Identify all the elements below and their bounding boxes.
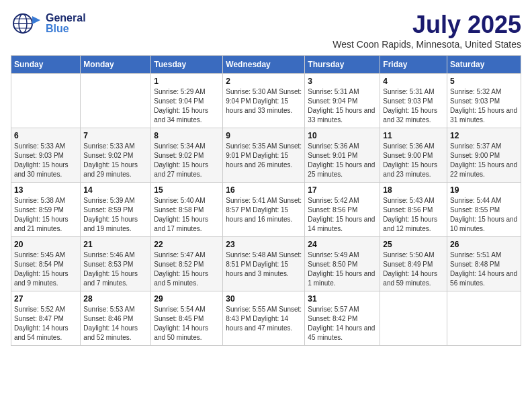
day-info: Sunrise: 5:44 AM Sunset: 8:55 PM Dayligh… xyxy=(450,196,518,234)
week-row-1: 1Sunrise: 5:29 AM Sunset: 9:04 PM Daylig… xyxy=(11,74,521,128)
day-cell: 21Sunrise: 5:46 AM Sunset: 8:53 PM Dayli… xyxy=(81,237,151,291)
day-info: Sunrise: 5:29 AM Sunset: 9:04 PM Dayligh… xyxy=(154,87,220,125)
header-cell-friday: Friday xyxy=(380,56,447,74)
day-number: 7 xyxy=(83,131,148,140)
day-info: Sunrise: 5:51 AM Sunset: 8:48 PM Dayligh… xyxy=(450,250,518,288)
day-number: 2 xyxy=(226,77,302,86)
day-cell: 4Sunrise: 5:31 AM Sunset: 9:03 PM Daylig… xyxy=(380,74,447,128)
header-row: SundayMondayTuesdayWednesdayThursdayFrid… xyxy=(11,56,521,74)
day-number: 3 xyxy=(308,77,377,86)
title-block: July 2025 West Coon Rapids, Minnesota, U… xyxy=(332,11,521,50)
header-cell-tuesday: Tuesday xyxy=(151,56,223,74)
day-info: Sunrise: 5:41 AM Sunset: 8:57 PM Dayligh… xyxy=(226,196,302,224)
header-cell-monday: Monday xyxy=(81,56,151,74)
day-number: 11 xyxy=(383,131,444,140)
logo-icon xyxy=(11,11,43,36)
day-number: 12 xyxy=(450,131,518,140)
day-cell xyxy=(380,291,447,346)
day-number: 31 xyxy=(308,294,377,304)
calendar-header: SundayMondayTuesdayWednesdayThursdayFrid… xyxy=(11,56,521,74)
day-number: 6 xyxy=(14,131,77,140)
day-number: 10 xyxy=(308,131,377,140)
day-number: 30 xyxy=(226,294,302,304)
day-number: 29 xyxy=(154,294,220,304)
day-info: Sunrise: 5:54 AM Sunset: 8:45 PM Dayligh… xyxy=(154,305,220,342)
day-info: Sunrise: 5:32 AM Sunset: 9:03 PM Dayligh… xyxy=(450,87,518,125)
day-info: Sunrise: 5:49 AM Sunset: 8:50 PM Dayligh… xyxy=(308,250,377,288)
day-info: Sunrise: 5:48 AM Sunset: 8:51 PM Dayligh… xyxy=(226,250,302,279)
day-info: Sunrise: 5:35 AM Sunset: 9:01 PM Dayligh… xyxy=(226,142,302,170)
day-number: 13 xyxy=(14,185,77,195)
day-cell: 27Sunrise: 5:52 AM Sunset: 8:47 PM Dayli… xyxy=(11,291,81,346)
day-info: Sunrise: 5:31 AM Sunset: 9:03 PM Dayligh… xyxy=(383,87,444,125)
day-number: 18 xyxy=(383,185,444,195)
day-info: Sunrise: 5:43 AM Sunset: 8:56 PM Dayligh… xyxy=(383,196,444,234)
day-number: 5 xyxy=(450,77,518,86)
calendar-title: July 2025 xyxy=(332,11,521,39)
calendar-subtitle: West Coon Rapids, Minnesota, United Stat… xyxy=(332,39,521,50)
day-number: 8 xyxy=(154,131,220,140)
day-number: 9 xyxy=(226,131,302,140)
day-number: 22 xyxy=(154,240,220,249)
day-info: Sunrise: 5:45 AM Sunset: 8:54 PM Dayligh… xyxy=(14,250,77,288)
day-cell: 31Sunrise: 5:57 AM Sunset: 8:42 PM Dayli… xyxy=(305,291,380,346)
logo-text: General Blue xyxy=(46,13,86,34)
day-cell: 18Sunrise: 5:43 AM Sunset: 8:56 PM Dayli… xyxy=(380,183,447,237)
day-info: Sunrise: 5:33 AM Sunset: 9:03 PM Dayligh… xyxy=(14,142,77,179)
day-number: 28 xyxy=(83,294,148,304)
logo: General Blue xyxy=(11,11,86,36)
day-cell: 8Sunrise: 5:34 AM Sunset: 9:02 PM Daylig… xyxy=(151,128,223,183)
day-info: Sunrise: 5:30 AM Sunset: 9:04 PM Dayligh… xyxy=(226,87,302,116)
day-info: Sunrise: 5:40 AM Sunset: 8:58 PM Dayligh… xyxy=(154,196,220,234)
day-cell xyxy=(447,291,521,346)
day-info: Sunrise: 5:50 AM Sunset: 8:49 PM Dayligh… xyxy=(383,250,444,288)
header-cell-thursday: Thursday xyxy=(305,56,380,74)
header-cell-sunday: Sunday xyxy=(11,56,81,74)
day-cell: 12Sunrise: 5:37 AM Sunset: 9:00 PM Dayli… xyxy=(447,128,521,183)
day-cell: 25Sunrise: 5:50 AM Sunset: 8:49 PM Dayli… xyxy=(380,237,447,291)
day-number: 16 xyxy=(226,185,302,195)
day-number: 1 xyxy=(154,77,220,86)
week-row-2: 6Sunrise: 5:33 AM Sunset: 9:03 PM Daylig… xyxy=(11,128,521,183)
day-number: 19 xyxy=(450,185,518,195)
day-info: Sunrise: 5:55 AM Sunset: 8:43 PM Dayligh… xyxy=(226,305,302,333)
day-cell: 26Sunrise: 5:51 AM Sunset: 8:48 PM Dayli… xyxy=(447,237,521,291)
day-number: 15 xyxy=(154,185,220,195)
day-cell: 19Sunrise: 5:44 AM Sunset: 8:55 PM Dayli… xyxy=(447,183,521,237)
day-number: 21 xyxy=(83,240,148,249)
day-cell: 30Sunrise: 5:55 AM Sunset: 8:43 PM Dayli… xyxy=(223,291,305,346)
day-info: Sunrise: 5:57 AM Sunset: 8:42 PM Dayligh… xyxy=(308,305,377,342)
day-number: 4 xyxy=(383,77,444,86)
day-cell: 22Sunrise: 5:47 AM Sunset: 8:52 PM Dayli… xyxy=(151,237,223,291)
day-info: Sunrise: 5:53 AM Sunset: 8:46 PM Dayligh… xyxy=(83,305,148,342)
day-cell: 11Sunrise: 5:36 AM Sunset: 9:00 PM Dayli… xyxy=(380,128,447,183)
day-cell: 29Sunrise: 5:54 AM Sunset: 8:45 PM Dayli… xyxy=(151,291,223,346)
day-cell: 3Sunrise: 5:31 AM Sunset: 9:04 PM Daylig… xyxy=(305,74,380,128)
day-cell: 10Sunrise: 5:36 AM Sunset: 9:01 PM Dayli… xyxy=(305,128,380,183)
logo-blue-text: Blue xyxy=(46,24,86,34)
week-row-5: 27Sunrise: 5:52 AM Sunset: 8:47 PM Dayli… xyxy=(11,291,521,346)
day-info: Sunrise: 5:39 AM Sunset: 8:59 PM Dayligh… xyxy=(83,196,148,234)
day-cell: 20Sunrise: 5:45 AM Sunset: 8:54 PM Dayli… xyxy=(11,237,81,291)
day-cell: 9Sunrise: 5:35 AM Sunset: 9:01 PM Daylig… xyxy=(223,128,305,183)
header-cell-wednesday: Wednesday xyxy=(223,56,305,74)
day-number: 26 xyxy=(450,240,518,249)
day-info: Sunrise: 5:52 AM Sunset: 8:47 PM Dayligh… xyxy=(14,305,77,342)
day-info: Sunrise: 5:33 AM Sunset: 9:02 PM Dayligh… xyxy=(83,142,148,179)
day-info: Sunrise: 5:31 AM Sunset: 9:04 PM Dayligh… xyxy=(308,87,377,125)
day-number: 24 xyxy=(308,240,377,249)
day-info: Sunrise: 5:36 AM Sunset: 9:01 PM Dayligh… xyxy=(308,142,377,179)
week-row-3: 13Sunrise: 5:38 AM Sunset: 8:59 PM Dayli… xyxy=(11,183,521,237)
day-cell xyxy=(81,74,151,128)
day-info: Sunrise: 5:46 AM Sunset: 8:53 PM Dayligh… xyxy=(83,250,148,288)
day-number: 14 xyxy=(83,185,148,195)
day-number: 20 xyxy=(14,240,77,249)
day-number: 23 xyxy=(226,240,302,249)
day-number: 25 xyxy=(383,240,444,249)
day-info: Sunrise: 5:34 AM Sunset: 9:02 PM Dayligh… xyxy=(154,142,220,179)
day-info: Sunrise: 5:37 AM Sunset: 9:00 PM Dayligh… xyxy=(450,142,518,179)
calendar-body: 1Sunrise: 5:29 AM Sunset: 9:04 PM Daylig… xyxy=(11,74,521,346)
day-cell: 2Sunrise: 5:30 AM Sunset: 9:04 PM Daylig… xyxy=(223,74,305,128)
header-cell-saturday: Saturday xyxy=(447,56,521,74)
day-cell: 5Sunrise: 5:32 AM Sunset: 9:03 PM Daylig… xyxy=(447,74,521,128)
